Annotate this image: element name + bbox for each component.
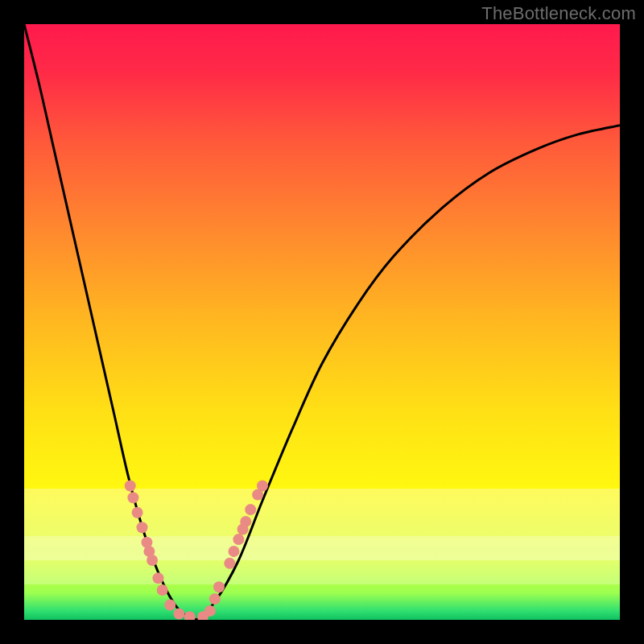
plot-area — [24, 24, 620, 620]
marker-left-0 — [125, 481, 136, 492]
marker-left-1 — [127, 492, 138, 503]
marker-group — [125, 481, 268, 621]
marker-left-8 — [157, 584, 168, 596]
marker-right-3 — [213, 581, 225, 592]
chart-frame: TheBottleneck.com — [0, 0, 644, 644]
marker-left-11 — [184, 611, 196, 620]
marker-left-10 — [173, 609, 184, 620]
marker-right-9 — [245, 504, 256, 515]
marker-right-4 — [224, 558, 235, 569]
watermark-text: TheBottleneck.com — [481, 3, 636, 24]
marker-right-5 — [228, 546, 239, 557]
marker-right-6 — [233, 534, 244, 545]
marker-left-2 — [132, 507, 143, 518]
curve-left-branch — [24, 24, 197, 620]
curve-right-branch — [197, 126, 620, 620]
marker-left-7 — [153, 572, 164, 584]
marker-right-11 — [257, 481, 268, 492]
curve-layer — [24, 24, 620, 620]
marker-right-8 — [240, 516, 251, 527]
marker-left-9 — [164, 600, 175, 611]
marker-right-1 — [204, 605, 216, 617]
marker-left-6 — [147, 555, 158, 566]
marker-left-3 — [137, 522, 148, 533]
marker-right-2 — [209, 593, 221, 605]
